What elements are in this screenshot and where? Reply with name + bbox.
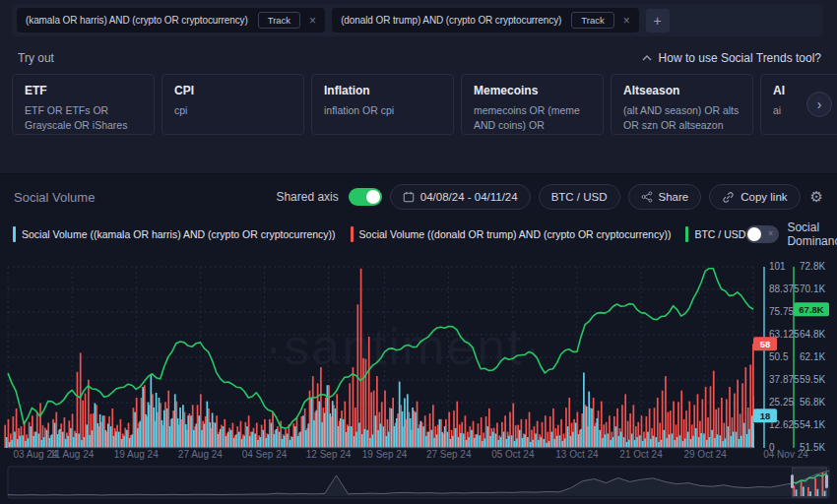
card-query: inflation OR cpi (324, 103, 441, 133)
share-icon (641, 191, 653, 203)
card-query: ETF OR ETFs OR Grayscale OR iShares OR b… (25, 103, 142, 133)
legend-label: Social Volume ((kamala OR harris) AND (c… (22, 228, 336, 240)
shared-axis-label: Shared axis (276, 190, 338, 204)
card-title: Memecoins (474, 84, 591, 97)
tryout-cards: ETF ETF OR ETFs OR Grayscale OR iShares … (12, 74, 837, 135)
card-altseason[interactable]: Altseason (alt AND season) OR alts OR sz… (611, 74, 753, 135)
legend-item-trump[interactable]: Social Volume ((donald OR trump) AND (cr… (351, 226, 672, 242)
svg-text:19 Sep 24: 19 Sep 24 (362, 449, 408, 460)
track-button[interactable]: Track (571, 12, 613, 29)
query-text: (kamala OR harris) AND (crypto OR crypto… (26, 15, 248, 26)
query-text: (donald OR trump) AND (crypto OR cryptoc… (341, 15, 561, 26)
social-dominance-label: Social Dominance (787, 220, 837, 248)
card-query: (alt AND season) OR alts OR szn OR altse… (623, 103, 740, 133)
date-range-button[interactable]: 04/08/24 - 04/11/24 (390, 184, 531, 210)
social-volume-chart[interactable]: 10172.8K88.37570.1K75.7567.4K63.12564.8K… (0, 250, 837, 504)
help-link[interactable]: How to use Social Trends tool? (642, 51, 821, 65)
svg-text:64.8K: 64.8K (800, 329, 825, 340)
toggle-off-x-icon: × (768, 228, 773, 238)
legend-label: Social Volume ((donald OR trump) AND (cr… (359, 228, 672, 240)
x-axis-labels: 03 Aug 2411 Aug 2419 Aug 2427 Aug 2404 S… (13, 449, 808, 460)
card-title: ETF (25, 84, 142, 97)
legend-key-green (685, 226, 688, 242)
settings-gear-icon[interactable]: ⚙ (810, 188, 823, 206)
card-query: cpi (174, 103, 291, 133)
asset-pair-label: BTC / USD (551, 191, 608, 203)
card-memecoins[interactable]: Memecoins memecoins OR (meme AND coins) … (461, 74, 604, 135)
close-icon[interactable]: × (309, 15, 316, 27)
svg-text:56.8K: 56.8K (800, 397, 825, 408)
chevron-right-icon: › (817, 97, 822, 111)
query-chip-trump[interactable]: (donald OR trump) AND (crypto OR cryptoc… (332, 8, 639, 32)
card-etf[interactable]: ETF ETF OR ETFs OR Grayscale OR iShares … (12, 74, 155, 135)
svg-text:72.8K: 72.8K (800, 261, 825, 272)
legend-item-kamala[interactable]: Social Volume ((kamala OR harris) AND (c… (13, 226, 336, 242)
query-chip-kamala[interactable]: (kamala OR harris) AND (crypto OR crypto… (17, 8, 325, 32)
query-bar: (kamala OR harris) AND (crypto OR crypto… (12, 4, 823, 36)
toggle-knob (747, 227, 761, 241)
svg-text:54.1K: 54.1K (800, 419, 825, 430)
chart-legend: Social Volume ((kamala OR harris) AND (c… (0, 223, 837, 245)
track-button[interactable]: Track (258, 12, 300, 29)
svg-text:13 Oct 24: 13 Oct 24 (555, 449, 599, 460)
svg-text:04 Nov 24: 04 Nov 24 (763, 449, 808, 460)
svg-text:58: 58 (760, 339, 771, 349)
svg-text:19 Aug 24: 19 Aug 24 (114, 449, 159, 460)
link-icon (722, 191, 735, 204)
share-button[interactable]: Share (628, 184, 702, 210)
card-cpi[interactable]: CPI cpi (161, 74, 304, 135)
card-inflation[interactable]: Inflation inflation OR cpi (311, 74, 454, 135)
asset-pair-button[interactable]: BTC / USD (539, 184, 620, 210)
svg-text:59.5K: 59.5K (800, 374, 825, 385)
copy-link-label: Copy link (740, 191, 787, 203)
card-title: Inflation (324, 84, 441, 97)
cards-scroll-right-button[interactable]: › (806, 92, 832, 117)
svg-text:75.75: 75.75 (769, 306, 794, 317)
svg-text:25.25: 25.25 (769, 397, 794, 408)
svg-text:04 Sep 24: 04 Sep 24 (242, 449, 288, 460)
close-icon[interactable]: × (623, 15, 630, 27)
svg-text:37.875: 37.875 (769, 374, 800, 385)
trump-volume-bars (4, 269, 753, 448)
card-query: memecoins OR (meme AND coins) OR memecoi… (474, 103, 591, 133)
legend-label: BTC / USD (694, 228, 745, 240)
calendar-icon (403, 191, 415, 203)
toggle-knob (366, 190, 380, 204)
copy-link-button[interactable]: Copy link (709, 184, 800, 210)
chart-toolbar: Social Volume Shared axis 04/08/24 - 04/… (0, 182, 837, 212)
card-title: Altseason (623, 84, 740, 97)
svg-text:29 Oct 24: 29 Oct 24 (683, 449, 727, 460)
panel-title: Social Volume (14, 190, 95, 205)
legend-key-red (351, 226, 354, 242)
share-label: Share (659, 191, 689, 203)
legend-item-btc[interactable]: BTC / USD (685, 226, 745, 242)
add-query-button[interactable]: + (646, 9, 670, 32)
svg-text:62.1K: 62.1K (800, 351, 825, 362)
legend-key-cyan (13, 226, 16, 242)
shared-axis-toggle[interactable] (349, 188, 382, 206)
svg-text:27 Aug 24: 27 Aug 24 (178, 449, 223, 460)
date-range-label: 04/08/24 - 04/11/24 (420, 191, 518, 203)
svg-text:18: 18 (760, 410, 771, 421)
svg-text:50.5: 50.5 (769, 351, 789, 362)
svg-text:67.8K: 67.8K (799, 304, 823, 315)
social-dominance-toggle[interactable]: × (745, 225, 779, 243)
svg-text:11 Aug 24: 11 Aug 24 (50, 449, 95, 460)
svg-text:27 Sep 24: 27 Sep 24 (426, 449, 472, 460)
svg-text:21 Oct 24: 21 Oct 24 (619, 449, 663, 460)
svg-text:88.375: 88.375 (769, 284, 800, 294)
card-title: CPI (174, 84, 291, 97)
svg-text:05 Oct 24: 05 Oct 24 (491, 449, 535, 460)
chevron-up-icon (642, 55, 652, 61)
help-link-label: How to use Social Trends tool? (659, 51, 821, 65)
svg-text:12 Sep 24: 12 Sep 24 (306, 449, 352, 460)
range-navigator[interactable] (8, 467, 829, 498)
tryout-title: Try out (18, 51, 54, 65)
svg-text:101: 101 (769, 261, 786, 272)
svg-text:70.1K: 70.1K (800, 284, 825, 294)
